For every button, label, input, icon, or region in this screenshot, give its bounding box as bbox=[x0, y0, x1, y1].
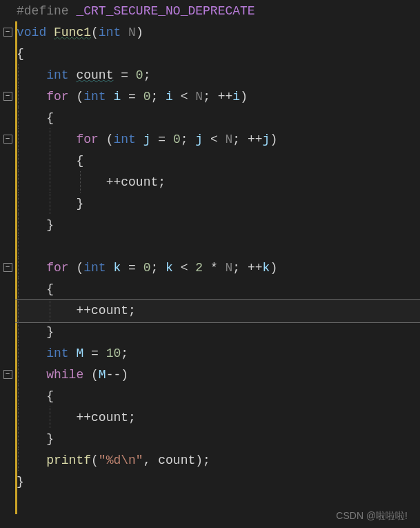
macro-name: _CRT_SECURE_NO_DEPRECATE bbox=[76, 4, 254, 18]
code-line[interactable]: int M = 10; bbox=[17, 342, 420, 364]
code-line[interactable]: { bbox=[17, 278, 420, 300]
fold-gutter: − − − − − bbox=[0, 0, 15, 528]
code-line[interactable]: ++count; bbox=[17, 171, 420, 193]
fold-toggle[interactable]: − bbox=[3, 135, 12, 144]
fold-toggle[interactable]: − bbox=[3, 28, 12, 37]
code-line[interactable]: #define _CRT_SECURE_NO_DEPRECATE bbox=[17, 0, 420, 21]
code-line[interactable]: ++count; bbox=[17, 407, 420, 428]
code-line[interactable]: ++count; bbox=[17, 300, 420, 321]
code-line[interactable]: } bbox=[17, 471, 420, 492]
preproc: #define bbox=[17, 4, 76, 18]
code-line[interactable]: int count = 0; bbox=[17, 64, 420, 86]
code-line[interactable]: for (int k = 0; k < 2 * N; ++k) bbox=[17, 257, 420, 278]
function-name: Func1 bbox=[54, 26, 91, 39]
watermark: CSDN @啦啦啦! bbox=[336, 510, 408, 522]
code-line[interactable]: { bbox=[17, 43, 420, 64]
code-line[interactable]: } bbox=[17, 193, 420, 214]
code-line[interactable]: { bbox=[17, 150, 420, 171]
code-line[interactable]: } bbox=[17, 321, 420, 342]
fold-toggle[interactable]: − bbox=[3, 92, 12, 101]
code-line[interactable]: for (int j = 0; j < N; ++j) bbox=[17, 128, 420, 150]
code-line[interactable] bbox=[17, 235, 420, 257]
code-line[interactable]: void Func1(int N) bbox=[17, 21, 420, 43]
code-line[interactable]: for (int i = 0; i < N; ++i) bbox=[17, 86, 420, 107]
code-area[interactable]: #define _CRT_SECURE_NO_DEPRECATE void Fu… bbox=[15, 0, 420, 528]
fold-toggle[interactable]: − bbox=[3, 263, 12, 272]
code-line[interactable]: { bbox=[17, 385, 420, 407]
code-line[interactable]: } bbox=[17, 214, 420, 235]
code-line[interactable]: while (M--) bbox=[17, 364, 420, 385]
code-line[interactable]: printf("%d\n", count); bbox=[17, 449, 420, 471]
code-line[interactable]: } bbox=[17, 428, 420, 449]
code-line[interactable]: { bbox=[17, 107, 420, 128]
code-editor[interactable]: − − − − − #define _CRT_SECURE_NO_DEPRECA… bbox=[0, 0, 420, 528]
fold-toggle[interactable]: − bbox=[3, 370, 12, 379]
